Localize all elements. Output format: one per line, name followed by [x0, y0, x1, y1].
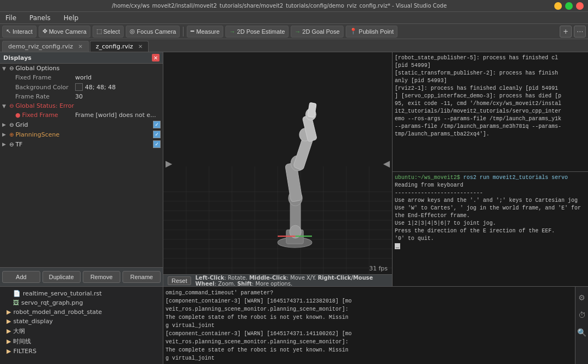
file-label: realtime_servo_tutorial.rst	[23, 290, 102, 297]
terminal-top-line: anly [pid 54993]	[395, 77, 586, 85]
background-color-row: Background Color 48; 48; 48	[0, 82, 163, 92]
sidebar-icon-search[interactable]: 🔍	[575, 326, 588, 339]
file-tree-item[interactable]: 🖼 servo_rqt_graph.png	[2, 298, 161, 307]
frame-rate-value[interactable]: 30	[75, 93, 83, 100]
editor-line: veit_ros.planning_scene_monitor.planning…	[166, 338, 573, 346]
background-color-value: 48; 48; 48	[75, 83, 115, 91]
terminal-top-line: emo --ros-args --params-file /tmp/launch…	[395, 115, 586, 123]
menu-file[interactable]: File	[2, 13, 20, 23]
planning-scene-item[interactable]: ▶ ⊕ PlanningScene ✓	[0, 129, 163, 139]
status-hint: Left-Click: Rotate. Middle-Click: Move X…	[195, 275, 388, 287]
fps-counter: 31 fps	[369, 265, 388, 272]
3d-viewport[interactable]: 31 fps ▶ ◀	[163, 52, 392, 274]
move-camera-button[interactable]: ✥ Move Camera	[39, 26, 90, 38]
planning-scene-checkbox[interactable]: ✓	[153, 131, 161, 138]
planning-scene-icon: ⊕	[9, 132, 14, 138]
file-tree[interactable]: 📄 realtime_servo_tutorial.rst 🖼 servo_rq…	[0, 287, 163, 364]
file-icon: 📄	[13, 290, 21, 297]
editor-line: The complete state of the robot is not y…	[166, 313, 573, 322]
rename-display-button[interactable]: Rename	[122, 271, 161, 283]
title-bar: /home/cxy/ws_moveit2/install/moveit2_tut…	[0, 0, 588, 12]
terminal-top-line: it2_tutorials/lib/moveit2_tutorials/serv…	[395, 108, 586, 115]
title-text: /home/cxy/ws_moveit2/install/moveit2_tut…	[4, 3, 554, 9]
terminal-bottom-line: '0' to quit.	[395, 235, 586, 243]
file-tree-item[interactable]: ▶ 大纲	[2, 326, 161, 336]
add-display-button[interactable]: Add	[2, 271, 40, 283]
tf-item[interactable]: ▶ ⊖ TF ✓	[0, 139, 163, 149]
terminal-top[interactable]: [robot_state_publisher-5]: process has f…	[393, 52, 588, 172]
global-status-arrow: ▼	[2, 103, 8, 109]
close-button[interactable]	[576, 2, 584, 10]
terminal-top-line: --params-file /tmp/launch_params_ne3h781…	[395, 123, 586, 131]
measure-icon: ━	[191, 28, 194, 35]
background-color-swatch[interactable]	[75, 83, 83, 91]
publish-point-button[interactable]: 📍 Publish Point	[346, 26, 397, 38]
viewport-arrow-left[interactable]: ▶	[163, 156, 174, 171]
tf-label: TF	[15, 141, 22, 148]
file-tree-item[interactable]: ▶ state_display	[2, 317, 161, 326]
minimize-button[interactable]	[554, 2, 562, 10]
displays-content[interactable]: ▼ ⊖ Global Options Fixed Frame world Bac…	[0, 64, 163, 267]
menu-help[interactable]: Help	[60, 13, 82, 23]
viewport-arrow-right[interactable]: ◀	[381, 156, 392, 171]
editor-area[interactable]: oming_command_timeout' parameter?[compon…	[163, 287, 575, 364]
fixed-frame-value[interactable]: world	[75, 74, 91, 81]
global-status-item[interactable]: ▼ ⊖ Global Status: Error	[0, 101, 163, 110]
tab-close-z[interactable]: ✕	[138, 44, 143, 50]
fixed-frame-row: Fixed Frame world	[0, 73, 163, 82]
goal-pose-icon: →	[295, 28, 301, 35]
editor-line: The complete state of the robot is not y…	[166, 346, 573, 354]
duplicate-display-button[interactable]: Duplicate	[42, 271, 81, 283]
file-label: state_display	[13, 318, 52, 325]
file-tree-item[interactable]: ▶ FILTERS	[2, 347, 161, 356]
remove-display-button[interactable]: Remove	[83, 271, 121, 283]
file-tree-item[interactable]: 📄 realtime_servo_tutorial.rst	[2, 289, 161, 298]
tab-z-config[interactable]: z_config.rviz ✕	[90, 41, 149, 52]
toolbar-extra-button-2[interactable]: ⋯	[574, 26, 586, 38]
terminal-bottom-line: Use arrow keys and the '.' and ';' keys …	[395, 197, 586, 205]
tf-checkbox[interactable]: ✓	[153, 140, 161, 148]
sidebar-icon-settings[interactable]: ⚙	[576, 291, 587, 304]
tab-close-demo[interactable]: ✕	[78, 44, 83, 50]
displays-header: Displays ✕	[0, 52, 163, 64]
file-tree-item[interactable]: ▶ robot_model_and_robot_state	[2, 307, 161, 317]
interact-button[interactable]: ↖ Interact	[2, 26, 36, 38]
toolbar-extra-button-1[interactable]: +	[560, 26, 572, 38]
grid-item[interactable]: ▶ ⊖ Grid ✓	[0, 120, 163, 129]
terminal-bottom[interactable]: ubuntu:~/ws_moveit2$ ros2 run moveit2_tu…	[393, 172, 588, 286]
file-tree-item[interactable]: ▶ 时间线	[2, 336, 161, 347]
terminal-bottom-line: Press the direction of the E irection of…	[395, 227, 586, 235]
terminal-bottom-line: Use 'W' to Cartes', ' jog in the world f…	[395, 205, 586, 212]
goal-pose-button[interactable]: → 2D Goal Pose	[291, 26, 343, 38]
select-button[interactable]: ⬚ Select	[93, 26, 124, 38]
reset-button[interactable]: Reset	[168, 276, 191, 285]
file-icon: 🖼	[13, 299, 19, 306]
planning-scene-arrow: ▶	[2, 132, 8, 137]
maximize-button[interactable]	[565, 2, 573, 10]
right-panel: [robot_state_publisher-5]: process has f…	[392, 52, 588, 286]
menu-panels[interactable]: Panels	[26, 13, 54, 23]
bottom-panels: 📄 realtime_servo_tutorial.rst 🖼 servo_rq…	[0, 286, 588, 364]
terminal-top-line: ] [servo_cpp_interface_demo-3]: process …	[395, 92, 586, 100]
file-icon: ▶	[7, 338, 11, 345]
global-status-label: Global Status: Error	[15, 102, 74, 109]
fixed-frame-error-row: ● Fixed Frame Frame [world] does not e..…	[0, 110, 163, 120]
focus-camera-button[interactable]: ◎ Focus Camera	[126, 26, 180, 38]
editor-line: veit_ros.planning_scene_monitor.planning…	[166, 305, 573, 313]
terminal-cursor-line[interactable]: _	[395, 243, 586, 250]
left-panel: Displays ✕ ▼ ⊖ Global Options Fixed Fram…	[0, 52, 163, 286]
sidebar-icon-timeline[interactable]: ⏱	[576, 309, 588, 322]
editor-line: [component_container-3] [WARN] [16451743…	[166, 330, 573, 338]
terminal-bottom-line: Use 1|2|3|4|5|6|7 to joint jog.	[395, 220, 586, 227]
displays-close-button[interactable]: ✕	[152, 54, 160, 61]
file-label: 大纲	[13, 327, 25, 335]
grid-checkbox[interactable]: ✓	[153, 121, 161, 128]
tab-demo-rviz-config[interactable]: demo_rviz_config.rviz ✕	[2, 41, 89, 52]
measure-button[interactable]: ━ Measure	[187, 26, 223, 38]
fixed-frame-label: Fixed Frame	[15, 74, 75, 81]
terminal-top-line: [pid 54999]	[395, 62, 586, 70]
global-options-item[interactable]: ▼ ⊖ Global Options	[0, 64, 163, 73]
global-options-arrow: ▼	[2, 66, 8, 71]
global-options-label: Global Options	[15, 65, 59, 72]
pose-estimate-button[interactable]: → 2D Pose Estimate	[225, 26, 289, 38]
